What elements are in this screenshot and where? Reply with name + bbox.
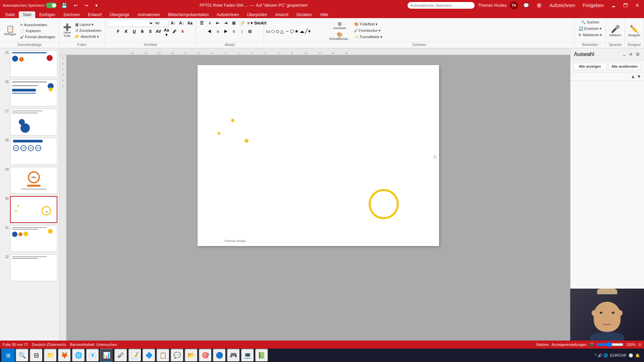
panel-down-btn[interactable]: ▼: [636, 73, 642, 80]
clear-format-btn[interactable]: Aa: [186, 19, 194, 27]
tab-ansicht[interactable]: Ansicht: [271, 11, 292, 18]
panel-settings-btn[interactable]: ⚙: [635, 51, 641, 58]
shape-pentagon[interactable]: ⬠: [290, 28, 294, 34]
undo-btn[interactable]: ↩: [72, 2, 80, 9]
italic-btn[interactable]: K: [122, 28, 130, 35]
align-left-btn[interactable]: ⫷: [206, 28, 213, 35]
chat-btn[interactable]: 💬: [170, 349, 184, 362]
replace-btn[interactable]: 🔄 Ersetzen ▾: [577, 26, 603, 32]
align-right-btn[interactable]: ⫸: [222, 28, 229, 35]
redo-btn[interactable]: ↪: [83, 2, 91, 9]
smartart-btn[interactable]: SmArt: [254, 19, 262, 27]
share-btn[interactable]: Aufzeichnen: [547, 2, 577, 9]
spacing-btn[interactable]: AV: [155, 28, 162, 35]
chrome-btn[interactable]: 🌐: [72, 349, 85, 362]
select-btn[interactable]: 🖱 Markieren ▾: [577, 32, 603, 38]
shape-tri[interactable]: △: [280, 28, 284, 34]
shape-line[interactable]: ╱: [305, 28, 308, 34]
font-size-input[interactable]: [155, 19, 168, 27]
editor-scroll[interactable]: Thomas Hruska: [66, 55, 570, 341]
section-btn[interactable]: 📂 Abschnitt ▾: [74, 34, 103, 40]
bullet-list-btn[interactable]: ☰: [198, 19, 205, 27]
edge-btn[interactable]: 💻: [241, 349, 254, 362]
notes-btn[interactable]: Notizen: [536, 343, 549, 347]
shape-more[interactable]: ▾: [308, 28, 311, 34]
blue-app-btn[interactable]: 🔵: [213, 349, 226, 362]
notes-taskbar-btn[interactable]: 📝: [128, 349, 142, 362]
arrange-btn[interactable]: ⊞ Anordnen: [328, 20, 352, 31]
outdent-btn[interactable]: ⇤: [214, 19, 221, 27]
slide-item-29[interactable]: 29 ★ 75%: [1, 166, 58, 194]
tab-start[interactable]: Start: [19, 11, 35, 18]
display-settings-btn[interactable]: Anzeigeeinstellungen: [551, 343, 587, 347]
panel-close-btn[interactable]: ✕: [628, 51, 634, 58]
shadow-btn[interactable]: S: [147, 28, 154, 35]
slide-item-25[interactable]: 25: [1, 50, 58, 78]
zoom-slider[interactable]: [597, 342, 624, 347]
fit-btn[interactable]: ⊡: [638, 343, 641, 347]
save-btn[interactable]: 💾: [59, 2, 69, 9]
tab-entwurf[interactable]: Entwurf: [84, 11, 106, 18]
excel-btn[interactable]: 📗: [255, 349, 268, 362]
justify-btn[interactable]: ≡: [230, 28, 237, 35]
slide-thumb-30[interactable]: ▸: [10, 196, 57, 223]
copy-btn[interactable]: 📄 Kopieren: [19, 28, 57, 34]
font-selector[interactable]: [107, 19, 154, 27]
outline-btn[interactable]: 🖊 Formkontur ▾: [353, 28, 384, 34]
maximize-btn[interactable]: 🗖: [621, 2, 630, 9]
quick-styles-btn[interactable]: 🎨 Schnellformat...: [328, 31, 352, 41]
autosave-switch[interactable]: [46, 3, 57, 8]
slide-thumb-31[interactable]: [10, 225, 57, 252]
slide-thumb-32[interactable]: [10, 254, 57, 281]
format-paint-btn[interactable]: 🖌 Format übertragen: [19, 34, 57, 40]
onenote-btn[interactable]: 📋: [156, 349, 170, 362]
new-slide-btn[interactable]: ➕ NeueFolie: [61, 23, 73, 38]
tab-ueberpruefen[interactable]: Überprüfen: [243, 11, 271, 18]
dictate-btn[interactable]: 🎤 Diktieren: [608, 24, 623, 38]
font-size-up-btn[interactable]: A↑: [169, 19, 177, 27]
slide-item-27[interactable]: 27 ★: [1, 108, 58, 136]
slide-item-26[interactable]: 26: [1, 79, 58, 107]
slide-item-28[interactable]: 28 ★ 20% 25% 29% 30%: [1, 137, 58, 165]
notification-btn[interactable]: 🔔: [635, 353, 640, 358]
present-btn[interactable]: 🎯: [534, 2, 544, 9]
text-align-btn[interactable]: ≡ ▾: [246, 19, 254, 27]
indent-btn[interactable]: ⇥: [222, 19, 229, 27]
autosave-toggle[interactable]: Automatisches Speichern: [3, 3, 57, 8]
bold-btn[interactable]: F: [114, 28, 122, 35]
highlight-btn[interactable]: 🖊: [171, 28, 178, 35]
slide-show-btn[interactable]: 🎬: [589, 343, 594, 347]
firefox-btn[interactable]: 🦊: [58, 349, 71, 362]
fill-btn[interactable]: 🎨 Fülleffekt ▾: [353, 21, 384, 27]
cols-btn[interactable]: ⊞: [230, 19, 237, 27]
effect-btn[interactable]: ✨ Formeffekte ▾: [353, 34, 384, 40]
slide-item-31[interactable]: 31: [1, 225, 58, 253]
file-explorer-btn[interactable]: 📁: [44, 349, 57, 362]
focus-btn[interactable]: 🎯: [199, 349, 212, 362]
tab-bildschirm[interactable]: Bildschirmpräsentation: [164, 11, 213, 18]
slide-canvas[interactable]: Thomas Hruska: [198, 65, 439, 246]
search-input[interactable]: [408, 2, 475, 9]
shape-rect[interactable]: ▭: [266, 28, 270, 34]
shape-diamond[interactable]: ◇: [276, 28, 279, 34]
reset-btn[interactable]: ↺ Zurücksetzen: [74, 28, 103, 34]
customize-btn[interactable]: ▾: [93, 2, 100, 9]
powerpoint-btn[interactable]: 📊: [100, 349, 113, 362]
tab-zeichnen[interactable]: Zeichnen: [59, 11, 84, 18]
tab-aufzeichnen[interactable]: Aufzeichnen: [213, 11, 243, 18]
align-center-btn[interactable]: ≡: [214, 28, 221, 35]
green-app-btn[interactable]: 🎮: [227, 349, 240, 362]
tab-dictation[interactable]: Dictation: [292, 11, 316, 18]
panel-expand-btn[interactable]: ⌄: [622, 51, 627, 58]
strike-btn[interactable]: S: [139, 28, 146, 35]
tab-einfuegen[interactable]: Einfügen: [35, 11, 59, 18]
layout-btn[interactable]: ▦ Layout ▾: [74, 22, 103, 27]
hide-all-btn[interactable]: Alle ausblenden: [608, 63, 642, 70]
slide-thumb-27[interactable]: ★: [10, 109, 57, 135]
minimize-btn[interactable]: 🗕: [609, 2, 618, 9]
tab-animationen[interactable]: Animationen: [133, 11, 164, 18]
folder-btn[interactable]: 📂: [184, 349, 198, 362]
shape-star[interactable]: ★: [294, 28, 299, 34]
case-btn[interactable]: Aa ▾: [163, 28, 170, 35]
line-spacing-btn[interactable]: ↕: [238, 28, 246, 35]
